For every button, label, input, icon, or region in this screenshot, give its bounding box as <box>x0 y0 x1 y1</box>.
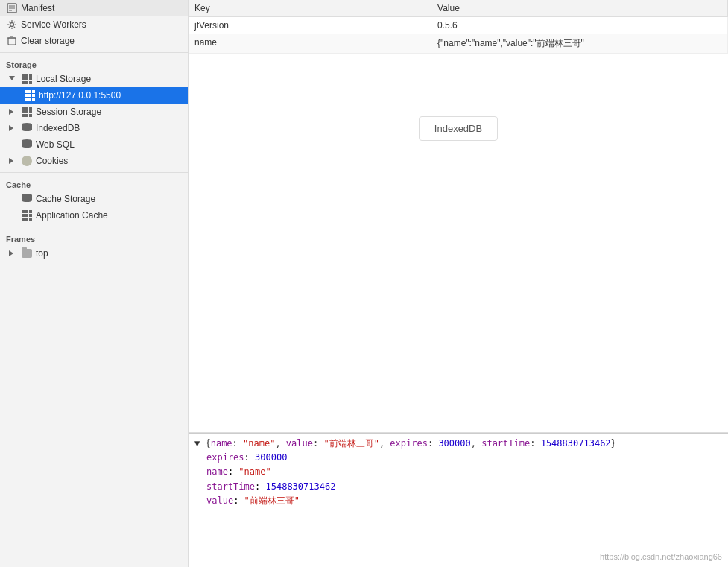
gear-icon <box>6 19 18 31</box>
sidebar-item-localhost[interactable]: http://127.0.0.1:5500 <box>0 87 188 104</box>
db-icon-websql <box>21 139 33 151</box>
indexed-db-placeholder: IndexedDB <box>189 54 728 203</box>
sidebar-item-indexed-db-label: IndexedDB <box>36 123 80 133</box>
sidebar-item-localhost-label: http://127.0.0.1:5500 <box>39 90 121 101</box>
triangle-icon-session <box>6 106 18 118</box>
table-cell-value: 0.5.6 <box>431 17 728 34</box>
sidebar-item-cookies-label: Cookies <box>36 156 68 166</box>
svg-point-4 <box>10 23 14 27</box>
db-icon-indexed <box>21 122 33 134</box>
main-content: Key Value jfVersion0.5.6name{"name":"nam… <box>189 0 728 567</box>
grid-icon-appcache <box>21 209 33 221</box>
table-area[interactable]: Key Value jfVersion0.5.6name{"name":"nam… <box>189 0 728 433</box>
triangle-icon-cookies <box>6 155 18 167</box>
sidebar-item-indexed-db[interactable]: IndexedDB <box>0 120 188 136</box>
sidebar-item-clear-storage[interactable]: Clear storage <box>0 33 188 49</box>
cookie-icon <box>21 155 33 167</box>
sidebar-divider-2 <box>0 172 188 173</box>
table-cell-key: jfVersion <box>189 17 431 34</box>
sidebar-item-web-sql-label: Web SQL <box>36 139 75 150</box>
sidebar-storage-label: Storage <box>0 56 188 71</box>
grid-icon-local-storage <box>21 73 33 85</box>
triangle-down-icon: ▼ <box>194 438 205 449</box>
sidebar-frames-label: Frames <box>0 230 188 245</box>
grid-icon-localhost <box>24 89 36 101</box>
table-cell-value: {"name":"name","value":"前端林三哥" <box>431 34 728 54</box>
table-row[interactable]: jfVersion0.5.6 <box>189 17 728 34</box>
grid-icon-session <box>21 106 33 118</box>
col-value: Value <box>431 0 728 17</box>
sidebar-item-local-storage-label: Local Storage <box>36 74 91 84</box>
sidebar-item-cache-storage-label: Cache Storage <box>36 194 95 204</box>
sidebar-item-cache-storage[interactable]: Cache Storage <box>0 191 188 207</box>
sidebar-item-manifest-label: Manifest <box>21 3 54 13</box>
svg-rect-5 <box>8 38 16 45</box>
triangle-icon-indexeddb <box>6 122 18 134</box>
table-row[interactable]: name{"name":"name","value":"前端林三哥" <box>189 34 728 54</box>
sidebar-item-cookies[interactable]: Cookies <box>0 153 188 169</box>
sidebar-item-web-sql[interactable]: Web SQL <box>0 136 188 153</box>
sidebar-item-service-workers-label: Service Workers <box>21 19 86 30</box>
storage-table: Key Value jfVersion0.5.6name{"name":"nam… <box>189 0 728 54</box>
prop-name: name: "name" <box>194 465 722 479</box>
watermark: https://blog.csdn.net/zhaoxiang66 <box>600 552 722 561</box>
bottom-panel: ▼ {name: "name", value: "前端林三哥", expires… <box>189 433 728 567</box>
sidebar-item-top-frame[interactable]: top <box>0 245 188 262</box>
sidebar-item-top-label: top <box>36 248 48 259</box>
prop-starttime: startTime: 1548830713462 <box>194 480 722 494</box>
sidebar-item-local-storage[interactable]: Local Storage <box>0 71 188 87</box>
col-key: Key <box>189 0 431 17</box>
sidebar-cache-label: Cache <box>0 176 188 191</box>
triangle-icon-websql <box>6 139 18 151</box>
sidebar-item-application-cache[interactable]: Application Cache <box>0 207 188 224</box>
triangle-icon-local-storage <box>6 73 18 85</box>
sidebar: Manifest Service Workers Clear storage S… <box>0 0 189 567</box>
triangle-icon-top <box>6 247 18 259</box>
sidebar-item-manifest[interactable]: Manifest <box>0 0 188 16</box>
db-icon-cache <box>21 193 33 205</box>
sidebar-item-clear-storage-label: Clear storage <box>21 36 75 46</box>
folder-icon-top <box>21 247 33 259</box>
triangle-icon-appcache <box>6 209 18 221</box>
sidebar-item-service-workers[interactable]: Service Workers <box>0 16 188 33</box>
sidebar-divider-3 <box>0 227 188 227</box>
triangle-icon-cache <box>6 193 18 205</box>
obj-summary: ▼ {name: "name", value: "前端林三哥", expires… <box>194 437 722 451</box>
main-panel: Key Value jfVersion0.5.6name{"name":"nam… <box>189 0 728 567</box>
sidebar-item-application-cache-label: Application Cache <box>36 210 108 221</box>
indexed-db-badge: IndexedDB <box>419 116 498 141</box>
table-cell-key: name <box>189 34 431 54</box>
clear-icon <box>6 35 18 47</box>
sidebar-item-session-storage[interactable]: Session Storage <box>0 104 188 120</box>
manifest-icon <box>6 2 18 14</box>
sidebar-item-session-storage-label: Session Storage <box>36 107 101 117</box>
prop-expires: expires: 300000 <box>194 451 722 465</box>
prop-value: value: "前端林三哥" <box>194 494 722 508</box>
sidebar-divider-1 <box>0 52 188 53</box>
